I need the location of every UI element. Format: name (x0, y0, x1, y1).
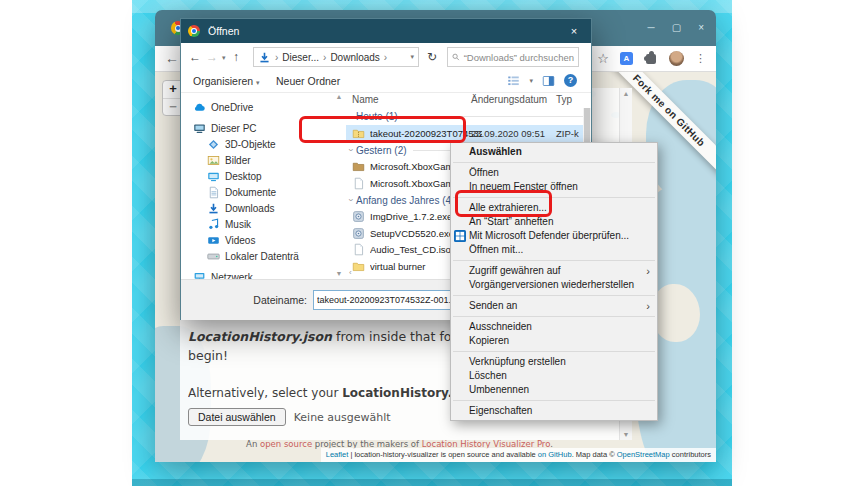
extensions-puzzle-icon[interactable] (646, 54, 656, 64)
organize-button[interactable]: Organisieren ▾ (193, 75, 260, 87)
column-name[interactable]: Name (352, 94, 379, 105)
filename-combobox[interactable]: takeout-20200923T074532Z-001.zip ▾ (313, 290, 459, 310)
menu-item-mit-microsoft-defender-uberprufen[interactable]: Mit Microsoft Defender überprüfen... (451, 229, 657, 243)
sidebar-item-label: Lokaler Datenträ (225, 251, 299, 262)
breadcrumb-item-downloads[interactable]: Downloads (330, 52, 379, 63)
column-type[interactable]: Typ (556, 94, 572, 105)
scroll-up-icon[interactable]: ▲ (620, 90, 632, 97)
group-label: Anfang des Jahres (4) (356, 195, 454, 206)
sidebar-item-videos[interactable]: Videos (181, 232, 333, 248)
window-minimize-button[interactable]: ─ (648, 21, 655, 34)
menu-separator (453, 295, 655, 296)
view-dropdown-icon[interactable]: ▾ (529, 77, 533, 85)
dialog-titlebar[interactable]: Öffnen × (181, 19, 591, 43)
window-close-button[interactable]: × (698, 21, 704, 34)
submenu-arrow-icon: › (646, 264, 650, 278)
sidebar-item-bilder[interactable]: Bilder (181, 152, 333, 168)
nav-up-button[interactable]: ↑ (233, 50, 239, 64)
breadcrumb[interactable]: › Dieser... › Downloads › ▾ (253, 47, 419, 67)
sidebar-item-netzwerk[interactable]: Netzwerk (181, 269, 333, 279)
menu-item-offnen-mit[interactable]: Öffnen mit... (451, 243, 657, 257)
choose-file-button[interactable]: Datei auswählen (188, 408, 286, 426)
refresh-button[interactable]: ↻ (427, 50, 437, 64)
menu-item-label: Senden an (469, 300, 517, 311)
menu-item-ausschneiden[interactable]: Ausschneiden (451, 320, 657, 334)
menu-separator (453, 260, 655, 261)
openstreetmap-link[interactable]: OpenStreetMap (617, 450, 670, 459)
profile-avatar[interactable] (669, 51, 684, 66)
menu-item-label: Mit Microsoft Defender überprüfen... (469, 230, 629, 241)
menu-item-eigenschaften[interactable]: Eigenschaften (451, 404, 657, 418)
menu-item-kopieren[interactable]: Kopieren (451, 334, 657, 348)
sidebar-item-label: Bilder (225, 155, 251, 166)
chrome-logo-icon (188, 25, 200, 37)
github-link[interactable]: on GitHub (538, 450, 572, 459)
sidebar-item-lokaler-datentra[interactable]: Lokaler Datenträ (181, 248, 333, 264)
open-source-link[interactable]: open source (260, 439, 312, 449)
dialog-address-bar: ← → ▾ ↑ › Dieser... › Downloads › ▾ ↻ “D… (181, 43, 591, 71)
menu-item-an-start-anheften[interactable]: An “Start” anheften (451, 215, 657, 229)
menu-item-vorgangerversionen-wiederherstellen[interactable]: Vorgängerversionen wiederherstellen (451, 278, 657, 292)
dialog-close-button[interactable]: × (557, 19, 591, 43)
folderdark-icon (352, 160, 365, 173)
sidebar-item-dokumente[interactable]: Dokumente (181, 184, 333, 200)
search-box[interactable]: “Downloads” durchsuchen (447, 47, 579, 67)
pc-icon (193, 122, 206, 135)
collapse-chevron-icon[interactable]: › (346, 199, 356, 202)
sidebar-item-label: OneDrive (211, 102, 253, 113)
file-input-status: Keine ausgewählt (294, 411, 391, 424)
menu-separator (453, 316, 655, 317)
bookmark-star-icon[interactable]: ☆ (597, 51, 609, 66)
downloads-folder-icon (258, 51, 271, 64)
sidebar-item-onedrive[interactable]: OneDrive (181, 99, 333, 115)
alt-prefix: Alternatively, select your (188, 386, 342, 400)
menu-item-offnen[interactable]: Öffnen (451, 166, 657, 180)
help-icon[interactable]: ? (564, 74, 577, 87)
menu-item-loschen[interactable]: Löschen (451, 369, 657, 383)
menu-item-senden-an[interactable]: Senden an› (451, 299, 657, 313)
menu-item-verknupfung-erstellen[interactable]: Verknüpfung erstellen (451, 355, 657, 369)
view-details-icon[interactable] (507, 75, 520, 87)
nav-history-dropdown-icon[interactable]: ▾ (222, 54, 226, 62)
browser-menu-icon[interactable]: ⋮ (695, 52, 706, 65)
scroll-down-icon[interactable]: ▼ (333, 270, 345, 277)
downloads-icon (207, 202, 220, 215)
map-attribution: Leaflet | location-history-visualizer is… (321, 448, 716, 462)
sidebar-item-label: Musik (225, 219, 251, 230)
address-dropdown-icon[interactable]: ▾ (410, 53, 414, 61)
menu-item-zugriff-gewahren-auf[interactable]: Zugriff gewähren auf› (451, 264, 657, 278)
collapse-chevron-icon[interactable]: › (346, 149, 356, 152)
dialog-title: Öffnen (208, 25, 557, 37)
scrollbar-thumb[interactable] (584, 108, 590, 144)
menu-item-umbenennen[interactable]: Umbenennen (451, 383, 657, 397)
browser-back-button[interactable]: ← (165, 50, 179, 66)
scroll-left-icon[interactable]: ‹ (349, 268, 352, 277)
breadcrumb-item-dieser-pc[interactable]: Dieser... (282, 52, 319, 63)
sidebar-item-label: Netzwerk (211, 272, 253, 280)
menu-item-label: Ausschneiden (469, 321, 532, 332)
scroll-up-icon[interactable]: ▲ (333, 93, 345, 100)
file-icon (352, 177, 365, 190)
group-label: Gestern (2) (356, 145, 407, 156)
sidebar-item-desktop[interactable]: Desktop (181, 168, 333, 184)
menu-separator (453, 162, 655, 163)
sidebar-item-downloads[interactable]: Downloads (181, 200, 333, 216)
leaflet-link[interactable]: Leaflet (326, 450, 349, 459)
nav-back-button[interactable]: ← (189, 50, 201, 64)
sidebar-item-label: 3D-Objekte (225, 139, 276, 150)
defender-icon (454, 230, 466, 242)
menu-item-label: Auswählen (469, 146, 522, 157)
search-icon (452, 52, 460, 62)
preview-pane-icon[interactable] (542, 75, 555, 87)
app-icon (352, 210, 365, 223)
column-date[interactable]: Änderungsdatum (471, 94, 547, 105)
translate-extension-icon[interactable]: A (620, 52, 633, 65)
menu-item-auswahlen[interactable]: Auswählen (451, 145, 657, 159)
scroll-down-icon[interactable]: ▼ (620, 431, 632, 438)
sidebar-item-musik[interactable]: Musik (181, 216, 333, 232)
nav-forward-button[interactable]: → (206, 50, 218, 64)
file-date: 23.09.2020 09:51 (471, 128, 545, 139)
app-icon (352, 227, 365, 240)
window-maximize-button[interactable]: ▢ (672, 21, 681, 34)
new-folder-button[interactable]: Neuer Ordner (276, 75, 340, 87)
